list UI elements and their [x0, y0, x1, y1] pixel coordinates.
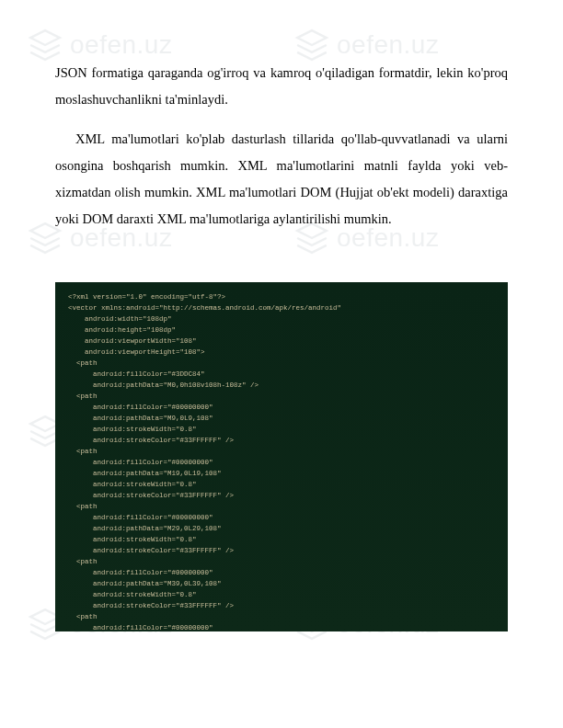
code-line: android:viewportWidth="108": [68, 336, 495, 347]
code-line: android:strokeWidth="0.8": [68, 479, 495, 490]
code-line: <path: [68, 556, 495, 567]
code-line: android:strokeColor="#33FFFFFF" />: [68, 600, 495, 611]
paragraph-1: JSON formatiga qaraganda og'irroq va kam…: [55, 60, 508, 113]
document-content: JSON formatiga qaraganda og'irroq va kam…: [0, 0, 563, 264]
code-line: android:strokeColor="#33FFFFFF" />: [68, 435, 495, 446]
code-line: android:fillColor="#00000000": [68, 567, 495, 578]
code-line: android:fillColor="#00000000": [68, 402, 495, 413]
code-line: android:strokeColor="#33FFFFFF" />: [68, 545, 495, 556]
code-line: android:strokeColor="#33FFFFFF" />: [68, 490, 495, 501]
code-line: <path: [68, 501, 495, 512]
code-line: android:fillColor="#3DDC84": [68, 369, 495, 380]
code-line: <path: [68, 611, 495, 622]
code-line: android:viewportHeight="108">: [68, 347, 495, 358]
code-line: <vector xmlns:android="http://schemas.an…: [68, 302, 495, 313]
code-line: <?xml version="1.0" encoding="utf-8"?>: [68, 291, 495, 302]
code-line: android:strokeWidth="0.8": [68, 424, 495, 435]
code-line: android:fillColor="#00000000": [68, 457, 495, 468]
code-line: android:strokeWidth="0.8": [68, 589, 495, 600]
code-line: <path: [68, 358, 495, 369]
code-line: android:pathData="M39,0L39,108": [68, 578, 495, 589]
code-line: <path: [68, 446, 495, 457]
code-line: android:height="108dp": [68, 324, 495, 336]
code-line: android:fillColor="#00000000": [68, 622, 495, 631]
code-line: android:pathData="M9,0L9,108": [68, 413, 495, 424]
code-line: android:width="108dp": [68, 313, 495, 324]
code-line: <path: [68, 391, 495, 402]
paragraph-2: XML ma'lumotlari ko'plab dasturlash till…: [55, 126, 508, 233]
code-line: android:pathData="M19,0L19,108": [68, 468, 495, 479]
code-line: android:fillColor="#00000000": [68, 512, 495, 523]
code-line: android:pathData="M29,0L29,108": [68, 523, 495, 534]
code-line: android:pathData="M0,0h108v108h-108z" />: [68, 380, 495, 391]
code-line: android:strokeWidth="0.8": [68, 534, 495, 545]
code-block: <?xml version="1.0" encoding="utf-8"?> <…: [55, 282, 508, 631]
